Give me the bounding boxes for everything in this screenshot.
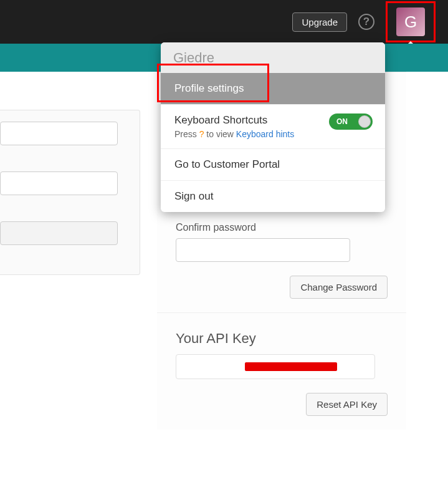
shortcuts-hint: Press ? to view Keyboard hints: [174, 129, 371, 139]
top-bar: Upgrade ? G: [0, 0, 448, 44]
toggle-knob-icon: [358, 115, 371, 128]
shortcuts-label: Keyboard Shortcuts: [174, 114, 267, 126]
upgrade-button[interactable]: Upgrade: [292, 12, 347, 32]
left-panel: [0, 110, 140, 275]
user-dropdown: Giedre Profile settings Keyboard Shortcu…: [161, 42, 385, 212]
confirm-password-input[interactable]: [176, 238, 350, 262]
api-key-redaction: [245, 362, 337, 371]
change-password-button[interactable]: Change Password: [290, 276, 388, 299]
hint-prefix: Press: [174, 129, 199, 139]
left-field-2[interactable]: [0, 171, 118, 195]
hint-mid: to view: [204, 129, 236, 139]
keyboard-hints-link[interactable]: Keyboard hints: [236, 129, 294, 139]
menu-item-sign-out[interactable]: Sign out: [161, 180, 385, 212]
menu-item-customer-portal[interactable]: Go to Customer Portal: [161, 148, 385, 180]
confirm-password-label: Confirm password: [176, 222, 388, 233]
menu-item-keyboard-shortcuts[interactable]: Keyboard Shortcuts Press ? to view Keybo…: [161, 104, 385, 148]
avatar-icon: G: [396, 7, 425, 36]
api-key-display: 3Pu9: [176, 354, 375, 379]
reset-api-key-button[interactable]: Reset API Key: [306, 393, 388, 416]
toggle-label: ON: [336, 117, 348, 126]
shortcuts-toggle[interactable]: ON: [329, 113, 373, 130]
api-key-heading: Your API Key: [176, 331, 388, 347]
help-icon[interactable]: ?: [358, 14, 374, 30]
dropdown-username: Giedre: [161, 42, 385, 72]
avatar-menu-trigger[interactable]: G: [386, 4, 436, 40]
api-key-section: Your API Key 3Pu9 Reset API Key: [157, 313, 406, 430]
left-field-1[interactable]: [0, 122, 118, 145]
left-field-3: [0, 221, 118, 245]
menu-item-profile-settings[interactable]: Profile settings: [161, 72, 385, 104]
